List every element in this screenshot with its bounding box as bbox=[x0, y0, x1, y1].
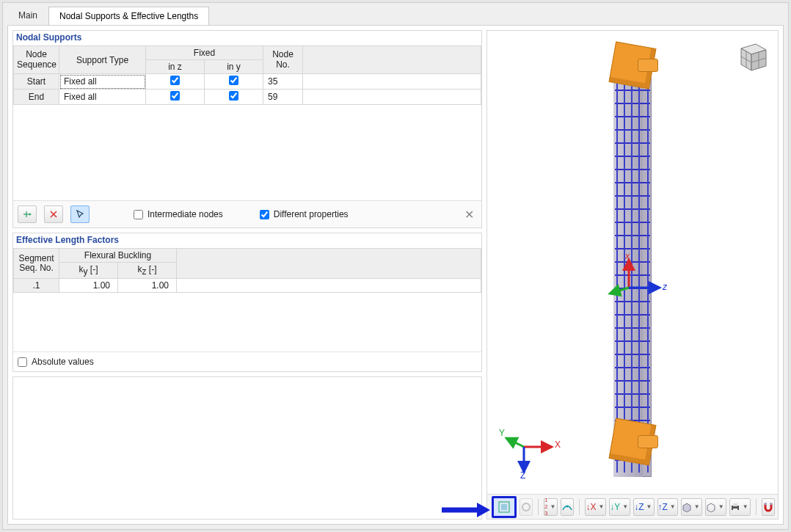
btn-idealization[interactable] bbox=[520, 498, 533, 516]
cell-support-type[interactable]: Fixed all bbox=[59, 90, 146, 105]
cell-kz[interactable]: 1.00 bbox=[118, 279, 177, 293]
svg-point-17 bbox=[566, 505, 569, 507]
checkbox-in-y[interactable] bbox=[229, 76, 238, 85]
col-ky: ky [-] bbox=[59, 263, 118, 279]
btn-select[interactable] bbox=[70, 205, 90, 223]
svg-marker-18 bbox=[683, 503, 690, 512]
cell-in-z[interactable] bbox=[146, 74, 205, 90]
axis-X: X bbox=[555, 440, 561, 450]
btn-print[interactable]: ▼ bbox=[729, 498, 751, 516]
btn-show-results[interactable] bbox=[561, 498, 574, 516]
svg-rect-23 bbox=[765, 503, 767, 505]
panel-effective-length: Effective Length Factors SegmentSeq. No.… bbox=[12, 233, 482, 372]
col-flex-buckling: Flexural Buckling bbox=[59, 249, 177, 263]
cell-node-no: 59 bbox=[263, 90, 303, 105]
checkbox-absolute-values[interactable]: Absolute values bbox=[18, 357, 477, 367]
col-spacer bbox=[303, 46, 481, 74]
btn-delete[interactable] bbox=[44, 205, 63, 223]
btn-numbering[interactable]: 1 2 3▼ bbox=[544, 498, 558, 516]
svg-marker-19 bbox=[707, 503, 715, 512]
cell-in-y[interactable] bbox=[205, 90, 263, 105]
tab-nodal-supports[interactable]: Nodal Supports & Effective Lengths bbox=[48, 7, 209, 26]
svg-rect-22 bbox=[733, 509, 737, 511]
btn-view-y[interactable]: ↓Y▼ bbox=[609, 498, 630, 516]
checkbox-intermediate-nodes[interactable]: Intermediate nodes bbox=[134, 209, 223, 219]
axes-global: X Y Z bbox=[499, 425, 565, 476]
col-support-type: Support Type bbox=[59, 46, 146, 74]
btn-show-rendering[interactable] bbox=[492, 496, 517, 518]
viewport-toolbar: 1 2 3▼ ↓X▼ ↓Y▼ ↓Z▼ ↑Z▼ ▼ ▼ bbox=[487, 494, 778, 519]
svg-rect-24 bbox=[770, 503, 772, 505]
svg-point-16 bbox=[522, 503, 530, 511]
checkbox-in-z[interactable] bbox=[170, 76, 180, 85]
cell-seg-seq: .1 bbox=[14, 279, 59, 293]
col-node-sequence: NodeSequence bbox=[14, 46, 59, 74]
col-kz: kz [-] bbox=[118, 263, 177, 279]
viewport-3d[interactable]: x z X Y Z bbox=[486, 30, 779, 520]
member-column bbox=[613, 59, 652, 477]
tab-main[interactable]: Main bbox=[7, 6, 48, 25]
cell-seq: End bbox=[14, 90, 59, 105]
label-intermediate-nodes: Intermediate nodes bbox=[147, 209, 223, 219]
btn-view-x[interactable]: ↓X▼ bbox=[585, 498, 606, 516]
col-fixed: Fixed bbox=[146, 46, 263, 60]
table-row: .1 1.00 1.00 bbox=[14, 279, 481, 293]
axis-Z: Z bbox=[520, 470, 525, 481]
btn-display-mode[interactable]: ▼ bbox=[705, 498, 726, 516]
table-effective-length[interactable]: SegmentSeq. No. Flexural Buckling ky [-]… bbox=[13, 248, 481, 293]
support-top bbox=[605, 43, 660, 88]
cell-node-no: 35 bbox=[263, 74, 303, 90]
col-in-y: in y bbox=[205, 60, 263, 74]
svg-rect-21 bbox=[733, 503, 737, 506]
btn-view-z-down[interactable]: ↓Z▼ bbox=[633, 498, 654, 516]
tab-bar: Main Nodal Supports & Effective Lengths bbox=[3, 3, 788, 25]
btn-magnet[interactable] bbox=[762, 498, 775, 516]
section-title-nodal-supports: Nodal Supports bbox=[13, 31, 481, 45]
label-absolute-values: Absolute values bbox=[32, 357, 94, 367]
cell-in-y[interactable] bbox=[205, 74, 263, 90]
cell-ky[interactable]: 1.00 bbox=[59, 279, 118, 293]
cell-seq: Start bbox=[14, 74, 59, 90]
table-row: End Fixed all 59 bbox=[14, 90, 481, 105]
col-segment-seq: SegmentSeq. No. bbox=[14, 249, 59, 279]
checkbox-in-y[interactable] bbox=[229, 91, 238, 101]
btn-view-z-up[interactable]: ↑Z▼ bbox=[657, 498, 678, 516]
nav-cube[interactable] bbox=[734, 38, 769, 73]
support-bottom bbox=[605, 419, 660, 464]
table-nodal-supports[interactable]: NodeSequence Support Type Fixed NodeNo. … bbox=[13, 45, 481, 105]
btn-iso-view[interactable]: ▼ bbox=[681, 498, 702, 516]
col-node-no: NodeNo. bbox=[263, 46, 303, 74]
btn-clear[interactable]: ✕ bbox=[461, 206, 477, 222]
cell-support-type[interactable]: Fixed all bbox=[59, 74, 146, 90]
checkbox-different-properties[interactable]: Different properties bbox=[260, 209, 349, 219]
table-row: Start Fixed all 35 bbox=[14, 74, 481, 90]
label-different-properties: Different properties bbox=[274, 209, 349, 219]
cell-in-z[interactable] bbox=[146, 90, 205, 105]
panel-blank bbox=[12, 376, 482, 520]
checkbox-in-z[interactable] bbox=[170, 91, 180, 101]
arrow-cue-icon bbox=[439, 500, 490, 517]
svg-rect-15 bbox=[501, 504, 507, 510]
panel-nodal-supports: Nodal Supports NodeSequence Support Type… bbox=[12, 30, 482, 228]
svg-line-11 bbox=[506, 438, 524, 447]
col-in-z: in z bbox=[146, 60, 205, 74]
btn-set-input[interactable] bbox=[18, 205, 37, 223]
axis-Y: Y bbox=[499, 428, 505, 438]
axis-z-label: z bbox=[663, 282, 667, 292]
section-title-effective-length: Effective Length Factors bbox=[13, 233, 481, 248]
